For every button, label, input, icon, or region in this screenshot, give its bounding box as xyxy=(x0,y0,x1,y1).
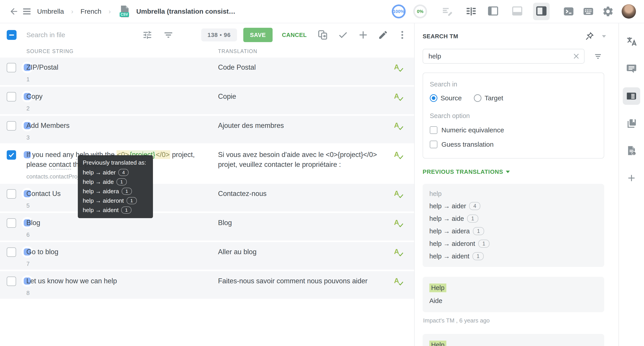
edit-strings-icon[interactable] xyxy=(442,6,453,17)
tooltip-item: help → aident1 xyxy=(83,207,148,214)
top-bar: Umbrella › French › CSV Umbrella (transl… xyxy=(0,0,644,23)
string-id: 1 xyxy=(26,76,218,83)
cancel-button[interactable]: CANCEL xyxy=(282,32,307,39)
tm-result-card[interactable]: Help Aide xyxy=(422,334,604,346)
target-radio-label[interactable]: Target xyxy=(484,94,503,102)
machine-translation-icon[interactable] xyxy=(623,33,640,50)
add-string-icon[interactable] xyxy=(358,30,368,40)
table-row[interactable]: Copy 2 Copie A xyxy=(0,87,414,114)
row-checkbox-checked[interactable] xyxy=(7,150,16,160)
translated-status-icon: A xyxy=(394,218,404,228)
row-checkbox[interactable] xyxy=(7,63,16,72)
keyboard-shortcuts-icon[interactable] xyxy=(582,5,594,18)
add-panel-icon[interactable] xyxy=(623,169,640,187)
table-row[interactable]: Blog 6 Blog A xyxy=(0,213,414,241)
breadcrumb-chevron-icon: › xyxy=(71,8,73,15)
row-checkbox[interactable] xyxy=(7,121,16,130)
console-icon[interactable] xyxy=(562,5,575,18)
row-checkbox[interactable] xyxy=(7,277,16,286)
source-string: Copy xyxy=(26,92,218,101)
select-all-checkbox[interactable] xyxy=(7,30,16,40)
tm-search-options-card: Search in Source Target Search option Nu… xyxy=(422,73,604,158)
bottom-panel-view-icon[interactable] xyxy=(509,3,526,20)
source-string: Go to blog xyxy=(26,247,218,257)
table-row-selected[interactable]: If you need any help with the <0>{projec… xyxy=(0,145,414,182)
guess-translation-checkbox[interactable] xyxy=(430,141,438,148)
translation-header: TRANSLATION xyxy=(218,48,394,54)
left-panel-view-icon[interactable] xyxy=(485,3,501,20)
tm-result-source: Help xyxy=(429,283,446,292)
pin-panel-icon[interactable] xyxy=(584,31,594,41)
breadcrumb-project[interactable]: Umbrella xyxy=(37,8,64,15)
approve-check-icon[interactable] xyxy=(338,30,348,40)
table-row[interactable]: Let us know how we can help 8 Faites-nou… xyxy=(0,271,414,299)
string-id: 3 xyxy=(26,134,218,141)
panel-collapse-chevron-icon[interactable] xyxy=(602,35,606,38)
side-by-side-view-icon[interactable] xyxy=(465,5,477,18)
string-id: 7 xyxy=(26,260,218,267)
table-row[interactable]: Go to blog 7 Aller au blog A xyxy=(0,242,414,270)
count-badge: 4 xyxy=(118,169,128,176)
previously-translated-tooltip: Previously translated as: help → aider4 … xyxy=(78,155,153,218)
translated-progress-badge[interactable]: 100% xyxy=(392,5,406,18)
menu-icon[interactable] xyxy=(22,7,32,16)
count-badge: 1 xyxy=(473,227,484,235)
more-options-icon[interactable] xyxy=(397,30,408,40)
search-tm-tab-icon[interactable] xyxy=(623,87,640,105)
clear-search-icon[interactable] xyxy=(572,52,580,60)
filter-strings-icon[interactable] xyxy=(163,30,174,40)
row-checkbox[interactable] xyxy=(7,218,16,228)
numeric-equivalence-checkbox[interactable] xyxy=(430,126,438,134)
editor-main-area: Search in file 138 • 96 SAVE CANCEL xyxy=(0,23,414,346)
back-icon[interactable] xyxy=(9,7,19,16)
tm-match-item[interactable]: help → aidera1 xyxy=(429,227,598,235)
table-row[interactable]: Add Members 3 Ajouter des membres A xyxy=(0,116,414,143)
tm-hint-contact[interactable]: contact xyxy=(49,160,71,169)
translation-text: Si vous avez besoin d'aide avec le <0>{p… xyxy=(218,150,394,180)
breadcrumb-language[interactable]: French xyxy=(80,8,101,15)
tooltip-item: help → aidera1 xyxy=(83,188,148,195)
search-option-label: Search option xyxy=(430,112,597,120)
row-checkbox[interactable] xyxy=(7,189,16,199)
tm-match-item[interactable]: help → aide1 xyxy=(429,215,598,223)
translation-text: Ajouter des membres xyxy=(218,121,394,141)
copy-source-icon[interactable] xyxy=(317,29,328,41)
tm-search-input[interactable] xyxy=(422,49,584,64)
tm-result-translation: Aide xyxy=(429,297,598,305)
table-row[interactable]: ZIP/Postal 1 Code Postal A xyxy=(0,58,414,85)
file-context-icon[interactable] xyxy=(623,142,640,159)
tm-match-item[interactable]: help → aider4 xyxy=(429,202,598,210)
tm-result-card[interactable]: Help Aide xyxy=(422,277,604,312)
count-badge: 1 xyxy=(472,252,484,260)
source-radio[interactable] xyxy=(430,94,438,102)
right-panel-view-icon[interactable] xyxy=(533,3,550,20)
numeric-equivalence-label[interactable]: Numeric equivalence xyxy=(442,126,504,134)
tm-filter-icon[interactable] xyxy=(594,51,603,61)
target-radio[interactable] xyxy=(474,94,482,102)
tm-result-source: Help xyxy=(429,341,446,346)
count-badge: 1 xyxy=(467,215,478,223)
search-in-file-input[interactable]: Search in file xyxy=(26,31,132,39)
translated-status-icon: A xyxy=(394,247,404,257)
guess-translation-label[interactable]: Guess translation xyxy=(442,141,494,148)
source-radio-label[interactable]: Source xyxy=(440,94,462,102)
svg-text:CSV: CSV xyxy=(121,13,128,16)
display-settings-icon[interactable] xyxy=(142,30,152,40)
tm-match-item[interactable]: help → aideront1 xyxy=(429,240,598,248)
count-badge: 1 xyxy=(116,178,127,186)
translated-status-icon: A xyxy=(394,63,404,73)
comments-icon[interactable] xyxy=(623,60,640,77)
row-checkbox[interactable] xyxy=(7,92,16,101)
user-avatar[interactable] xyxy=(622,4,636,19)
row-checkbox[interactable] xyxy=(7,247,16,257)
match-query: help xyxy=(429,190,598,198)
tm-match-item[interactable]: help → aident1 xyxy=(429,252,598,260)
settings-gear-icon[interactable] xyxy=(602,5,614,18)
previous-translations-toggle[interactable]: PREVIOUS TRANSLATIONS xyxy=(422,168,606,175)
edit-string-icon[interactable] xyxy=(378,30,388,40)
approved-progress-badge[interactable]: 0% xyxy=(413,5,427,18)
table-row[interactable]: Contact Us 5 Contactez-nous A xyxy=(0,184,414,211)
search-tm-panel: SEARCH TM Search in Source xyxy=(414,23,618,346)
glossary-terms-icon[interactable] xyxy=(623,115,640,132)
save-button[interactable]: SAVE xyxy=(243,28,272,42)
